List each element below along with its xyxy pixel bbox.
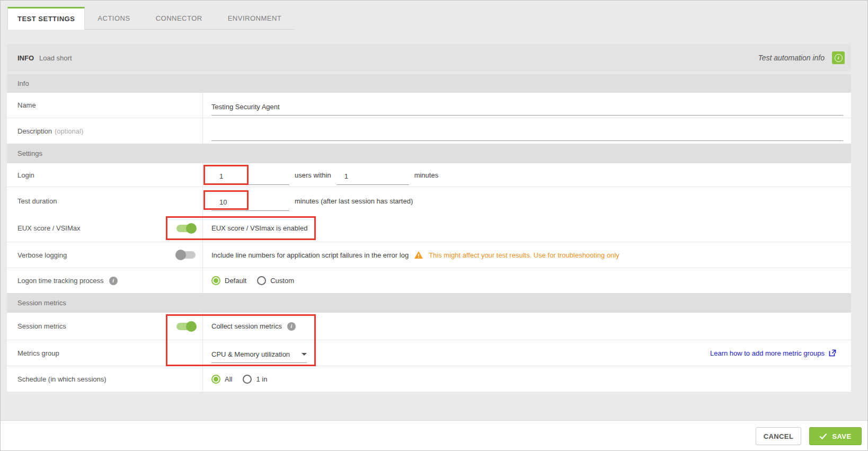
test-duration-row: Test duration 10 minutes (after last ses… (7, 187, 851, 215)
test-duration-after-text: minutes (after last session has started) (295, 197, 413, 205)
toggle-knob (186, 223, 197, 234)
external-link-icon (828, 349, 837, 357)
logon-tracking-label: Logon time tracking process (17, 277, 104, 285)
radio-all[interactable] (211, 375, 220, 384)
radio-default-label: Default (225, 277, 246, 285)
description-row: Description (optional) (7, 118, 851, 144)
section-info-title: Info (17, 79, 29, 87)
chevron-down-icon (302, 353, 307, 356)
radio-1-in[interactable] (243, 375, 252, 384)
eux-score-toggle[interactable] (176, 225, 196, 232)
logon-tracking-info-icon[interactable]: i (109, 277, 118, 285)
eux-score-status-text: EUX score / VSImax is enabled (211, 224, 307, 232)
login-users-input[interactable]: 1 (211, 172, 289, 185)
section-session-metrics-title: Session metrics (17, 299, 66, 307)
metrics-group-label: Metrics group (7, 340, 202, 366)
logon-tracking-row: Logon time tracking process i Default Cu… (7, 268, 851, 293)
test-automation-info-button[interactable]: i (832, 51, 845, 64)
metrics-group-selected-value: CPU & Memory utilization (211, 350, 290, 358)
test-duration-label: Test duration (7, 187, 202, 215)
metric-groups-link-label: Learn how to add more metric groups (710, 349, 825, 357)
tab-actions[interactable]: ACTIONS (85, 7, 143, 30)
session-metrics-label: Session metrics (7, 313, 202, 340)
tab-connector[interactable]: CONNECTOR (143, 7, 215, 30)
metrics-group-dropdown[interactable]: CPU & Memory utilization (211, 350, 307, 363)
metrics-group-row: Metrics group CPU & Memory utilization L… (7, 340, 851, 366)
verbose-logging-description: Include line numbers for application scr… (211, 251, 409, 259)
radio-custom[interactable] (257, 276, 266, 285)
session-metrics-toggle[interactable] (176, 323, 196, 330)
test-settings-page: TEST SETTINGS ACTIONS CONNECTOR ENVIRONM… (0, 0, 868, 451)
description-optional-hint: (optional) (55, 127, 83, 135)
login-after-text: minutes (414, 171, 439, 179)
save-button[interactable]: SAVE (809, 427, 862, 445)
section-settings-title: Settings (17, 149, 42, 157)
radio-1-in-label: 1 in (256, 375, 267, 383)
radio-custom-label: Custom (270, 277, 294, 285)
description-label: Description (17, 127, 52, 135)
description-input[interactable] (211, 128, 843, 141)
test-automation-info-label: Test automation info (758, 54, 825, 62)
tab-bar: TEST SETTINGS ACTIONS CONNECTOR ENVIRONM… (7, 7, 294, 30)
verbose-logging-toggle[interactable] (176, 251, 196, 259)
login-row: Login 1 users within 1 minutes (7, 163, 851, 187)
section-header-session-metrics: Session metrics (7, 293, 851, 313)
check-icon (819, 433, 827, 439)
eux-score-label: EUX score / VSIMax (7, 215, 202, 242)
verbose-logging-warning-text: This might affect your test results. Use… (429, 251, 619, 259)
name-label: Name (7, 93, 202, 118)
save-button-label: SAVE (832, 432, 851, 440)
verbose-logging-label: Verbose logging (7, 242, 202, 268)
info-header-bar: INFO Load short Test automation info i (7, 44, 851, 72)
session-metrics-description: Collect session metrics (211, 322, 282, 330)
metric-groups-learn-link[interactable]: Learn how to add more metric groups (710, 349, 851, 357)
schedule-row: Schedule (in which sessions) All 1 in (7, 366, 851, 392)
warning-icon (414, 251, 423, 259)
info-header-subtitle: Load short (39, 54, 72, 62)
session-metrics-info-icon[interactable]: i (287, 322, 296, 331)
radio-all-label: All (225, 375, 232, 383)
login-minutes-input[interactable]: 1 (336, 172, 409, 185)
info-header-title: INFO (17, 54, 34, 62)
login-between-text: users within (295, 171, 331, 179)
toggle-knob (175, 250, 186, 260)
name-row: Name Testing Security Agent (7, 93, 851, 118)
eux-score-row: EUX score / VSIMax EUX score / VSImax is… (7, 215, 851, 242)
name-input[interactable]: Testing Security Agent (211, 103, 843, 116)
tab-test-settings[interactable]: TEST SETTINGS (7, 7, 85, 30)
tab-environment[interactable]: ENVIRONMENT (215, 7, 295, 30)
schedule-label: Schedule (in which sessions) (7, 366, 202, 392)
footer-bar: CANCEL SAVE (1, 420, 867, 451)
toggle-knob (186, 321, 197, 332)
test-duration-input[interactable]: 10 (211, 198, 289, 211)
info-icon: i (835, 54, 843, 62)
radio-default[interactable] (211, 276, 220, 285)
cancel-button[interactable]: CANCEL (756, 427, 801, 445)
login-label: Login (7, 163, 202, 187)
section-header-settings: Settings (7, 144, 851, 163)
session-metrics-row: Session metrics Collect session metrics … (7, 313, 851, 340)
verbose-logging-row: Verbose logging Include line numbers for… (7, 242, 851, 268)
section-header-info: Info (7, 74, 851, 93)
